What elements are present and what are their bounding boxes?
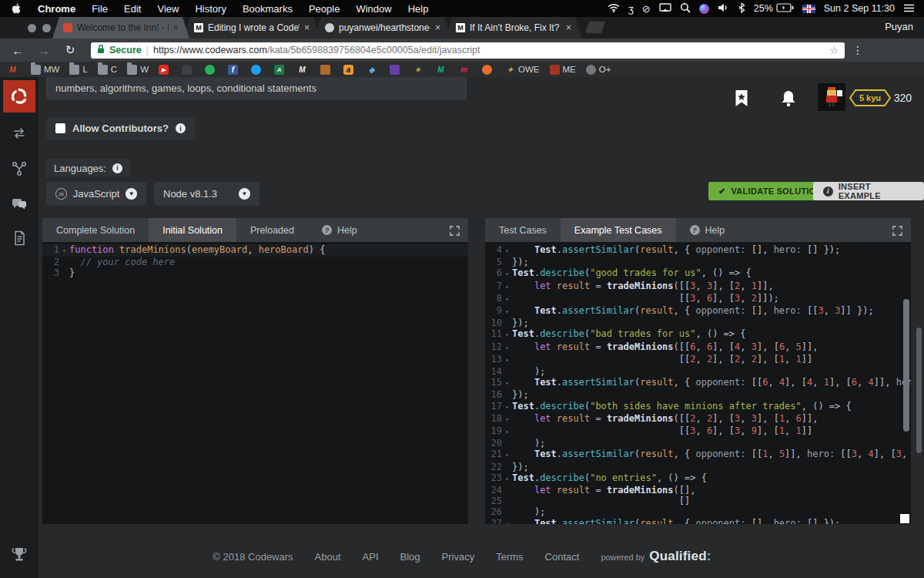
page-scrollbar[interactable] bbox=[916, 328, 922, 453]
footer-link[interactable]: Terms bbox=[496, 551, 523, 563]
red-m-icon[interactable]: m bbox=[459, 65, 472, 75]
twitter-icon[interactable] bbox=[251, 65, 264, 75]
browser-profile-name[interactable]: Puyan bbox=[885, 21, 913, 32]
docs-icon[interactable] bbox=[11, 230, 28, 247]
solution-code-editor[interactable]: 1 ▾ function tradeMinions(enemyBoard, he… bbox=[42, 242, 468, 524]
fold-arrow-icon[interactable]: ▾ bbox=[502, 354, 512, 366]
kata-icon[interactable] bbox=[11, 125, 28, 142]
menubar-clock[interactable]: Sun 2 Sep 11:30 bbox=[824, 3, 895, 14]
bookmarks-folder-c[interactable]: C bbox=[98, 65, 117, 75]
fold-arrow-icon[interactable]: ▾ bbox=[502, 401, 512, 413]
resize-handle[interactable] bbox=[900, 514, 909, 523]
fold-arrow-icon[interactable]: ▾ bbox=[59, 244, 69, 257]
info-icon[interactable]: i bbox=[176, 123, 186, 133]
facebook-icon[interactable]: f bbox=[228, 65, 241, 75]
fold-arrow-icon[interactable] bbox=[502, 485, 512, 496]
menu-item[interactable]: History bbox=[195, 3, 226, 15]
archive-badge-icon[interactable]: A bbox=[274, 65, 287, 75]
owe-bookmark[interactable]: ✦ OWE bbox=[505, 65, 539, 75]
green-m-icon[interactable]: M bbox=[436, 65, 449, 75]
fold-arrow-icon[interactable] bbox=[502, 496, 512, 506]
info-icon[interactable]: i bbox=[112, 163, 122, 173]
fold-arrow-icon[interactable] bbox=[502, 366, 512, 377]
menu-item[interactable]: Bookmarks bbox=[243, 3, 293, 15]
fold-arrow-icon[interactable] bbox=[502, 506, 512, 517]
tab-hearthstone[interactable]: Welcome to the Inn! - Hearths × bbox=[52, 17, 189, 39]
url-bar[interactable]: Secure | https://www.codewars.com/kata/5… bbox=[91, 42, 845, 59]
discussions-icon[interactable] bbox=[11, 195, 28, 212]
fold-arrow-icon[interactable] bbox=[502, 257, 512, 267]
editor-tab[interactable]: Initial Solution bbox=[149, 218, 236, 242]
footer-link[interactable]: About bbox=[315, 551, 341, 563]
tab-github[interactable]: puyanwei/hearthstone-trading × bbox=[314, 17, 451, 39]
twitch-icon[interactable] bbox=[390, 65, 403, 75]
bookmark-star-icon[interactable]: ☆ bbox=[829, 45, 839, 56]
menu-item[interactable]: Help bbox=[408, 3, 429, 15]
insert-example-button[interactable]: i INSERT EXAMPLE bbox=[813, 182, 924, 200]
fold-arrow-icon[interactable] bbox=[502, 462, 512, 472]
rank-badge[interactable]: 5 kyu bbox=[849, 89, 892, 110]
battery-icon[interactable] bbox=[776, 3, 794, 15]
editor-tab[interactable]: Complete Solution bbox=[42, 218, 149, 242]
fold-arrow-icon[interactable]: ▾ bbox=[502, 425, 512, 438]
notification-center-icon[interactable] bbox=[903, 3, 915, 15]
fold-arrow-icon[interactable] bbox=[59, 267, 69, 278]
kumite-icon[interactable] bbox=[11, 160, 28, 177]
test-code-editor[interactable]: 4 ▾ Test.assertSimilar(result, { opponen… bbox=[485, 242, 911, 524]
fold-arrow-icon[interactable]: ▾ bbox=[502, 518, 512, 524]
apple-logo-icon[interactable] bbox=[12, 3, 22, 14]
editor-tab[interactable]: ? Help bbox=[676, 218, 739, 242]
amazon-icon[interactable]: a bbox=[343, 65, 357, 75]
menu-item[interactable]: People bbox=[309, 3, 340, 15]
footer-link[interactable]: Blog bbox=[400, 551, 420, 563]
codewars-logo[interactable] bbox=[3, 80, 35, 113]
youtube-icon[interactable]: ▶ bbox=[159, 65, 172, 75]
editor-tab[interactable]: ? Help bbox=[308, 218, 371, 242]
tags-input[interactable] bbox=[46, 77, 467, 99]
allow-contributors-checkbox[interactable] bbox=[55, 123, 65, 133]
menu-item[interactable]: File bbox=[92, 3, 108, 15]
fold-arrow-icon[interactable]: ▾ bbox=[502, 328, 512, 341]
back-button[interactable]: ← bbox=[8, 44, 28, 57]
tab-close-icon[interactable]: × bbox=[566, 22, 571, 33]
fold-arrow-icon[interactable]: ▾ bbox=[502, 281, 512, 293]
bluetooth-icon[interactable] bbox=[738, 2, 745, 15]
fold-arrow-icon[interactable]: ▾ bbox=[502, 449, 512, 461]
new-tab-button[interactable] bbox=[585, 22, 605, 33]
fold-arrow-icon[interactable] bbox=[502, 438, 512, 449]
runtime-dropdown[interactable]: Node v8.1.3 ▼ bbox=[154, 182, 259, 206]
keyboard-flag-icon[interactable] bbox=[802, 5, 815, 13]
fold-arrow-icon[interactable] bbox=[502, 389, 512, 400]
siri-icon[interactable] bbox=[699, 4, 709, 14]
fold-arrow-icon[interactable]: ▾ bbox=[502, 244, 512, 257]
blue-flag-icon[interactable]: ◆ bbox=[367, 65, 380, 75]
avatar[interactable] bbox=[818, 83, 845, 111]
menu-item[interactable]: Window bbox=[356, 3, 391, 15]
pixel-avatar-icon[interactable] bbox=[320, 65, 333, 75]
tab-close-icon[interactable]: × bbox=[435, 22, 440, 33]
medium-icon[interactable]: M bbox=[297, 65, 310, 75]
editor-tab[interactable]: Test Cases bbox=[485, 218, 561, 242]
oplus-bookmark[interactable]: O+ bbox=[586, 65, 611, 75]
language-dropdown[interactable]: JS JavaScript ▼ bbox=[46, 182, 146, 206]
spotlight-icon[interactable] bbox=[680, 2, 691, 15]
fold-arrow-icon[interactable]: ▾ bbox=[502, 341, 512, 354]
footer-link[interactable]: API bbox=[363, 551, 379, 563]
footer-link[interactable]: Contact bbox=[545, 551, 580, 563]
orange-circle-icon[interactable] bbox=[482, 65, 495, 75]
star-badge-icon[interactable]: ★ bbox=[413, 65, 426, 75]
footer-link[interactable]: Privacy bbox=[442, 551, 475, 563]
fold-arrow-icon[interactable] bbox=[59, 257, 69, 267]
bookmarks-folder-l[interactable]: L bbox=[69, 65, 87, 75]
fold-arrow-icon[interactable]: ▾ bbox=[502, 293, 512, 305]
notifications-bell-icon[interactable] bbox=[781, 89, 796, 110]
fold-arrow-icon[interactable]: ▾ bbox=[502, 413, 512, 425]
green-dot-icon[interactable] bbox=[205, 65, 218, 75]
tab-close-icon[interactable]: × bbox=[173, 22, 179, 33]
editor-tab[interactable]: Example Test Cases bbox=[561, 218, 676, 242]
tab-medium-article[interactable]: M If It Ain't Broke, Fix It? (And Le × bbox=[445, 17, 582, 39]
browser-menu-icon[interactable]: ⋮ bbox=[852, 44, 863, 56]
wifi-icon[interactable] bbox=[608, 3, 620, 15]
fold-arrow-icon[interactable]: ▾ bbox=[502, 305, 512, 318]
bookmarks-folder-w[interactable]: W bbox=[127, 65, 149, 75]
